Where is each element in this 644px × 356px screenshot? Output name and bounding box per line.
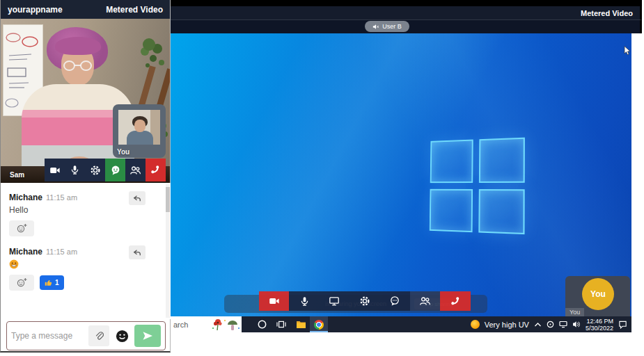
- chrome-icon: [314, 320, 324, 330]
- taskbar-search-box[interactable]: arch: [171, 316, 242, 332]
- add-reaction-icon: [16, 277, 28, 288]
- shared-desktop: [171, 33, 631, 316]
- search-placeholder-text: arch: [171, 321, 211, 329]
- settings-button[interactable]: [85, 159, 105, 181]
- self-video-label: You: [117, 148, 129, 156]
- app-name: yourappname: [8, 5, 63, 15]
- speaker-muted-icon: [372, 24, 379, 30]
- taskbar-clock[interactable]: 12:46 PM 5/30/2022: [586, 318, 613, 332]
- add-reaction-icon: [16, 223, 28, 234]
- chat-message: Michane 11:15 am: [9, 247, 155, 291]
- attach-button[interactable]: [88, 325, 109, 346]
- screenshare-call-controls: [259, 291, 471, 311]
- hangup-phone-icon: [450, 296, 462, 307]
- tray-status-icon[interactable]: [547, 321, 554, 328]
- settings-button[interactable]: [350, 291, 379, 311]
- participant-fringe-graphic: [55, 37, 101, 55]
- tray-chevron-up-icon[interactable]: [534, 322, 542, 327]
- file-explorer-button[interactable]: [292, 316, 310, 332]
- window-top-strip: [171, 0, 642, 6]
- app-header: yourappname Metered Video: [1, 0, 170, 19]
- brand-label: Metered Video: [581, 9, 633, 17]
- self-video-tile[interactable]: You: [113, 104, 166, 158]
- participants-button[interactable]: [125, 159, 146, 181]
- volume-icon[interactable]: [572, 321, 581, 328]
- task-view-button[interactable]: [272, 316, 290, 332]
- screen-share-icon: [329, 296, 340, 307]
- hanging-plant-graphic: [143, 38, 155, 51]
- reaction-count: 1: [55, 279, 59, 286]
- self-video-feed: [118, 110, 160, 145]
- remote-video-tile: Sam You: [1, 19, 170, 183]
- hangup-button[interactable]: [440, 291, 470, 311]
- screen-share-button[interactable]: [320, 291, 350, 311]
- active-speaker-name: User B: [382, 23, 402, 30]
- brand-label: Metered Video: [106, 5, 163, 15]
- participants-button[interactable]: [410, 291, 440, 311]
- gear-icon: [359, 296, 370, 307]
- send-button[interactable]: [134, 325, 161, 347]
- microphone-button[interactable]: [65, 159, 85, 181]
- microphone-button[interactable]: [289, 291, 319, 311]
- participants-icon: [419, 296, 431, 307]
- weather-status-text[interactable]: Very high UV: [485, 321, 529, 329]
- reply-arrow-icon: [133, 195, 141, 202]
- hangup-phone-icon: [150, 164, 162, 176]
- active-speaker-pill[interactable]: User B: [365, 21, 409, 32]
- windows-taskbar: arch: [171, 316, 631, 332]
- reply-arrow-icon: [133, 249, 141, 257]
- clock-time: 12:46 PM: [586, 318, 613, 325]
- windows-logo: [430, 138, 525, 234]
- search-doodle-graphic: [211, 318, 242, 332]
- chat-message: Michane 11:15 am Hello: [9, 193, 155, 236]
- message-time: 11:15 am: [46, 193, 77, 202]
- weather-sun-icon[interactable]: [471, 320, 480, 329]
- add-reaction-button[interactable]: [9, 220, 34, 236]
- self-tile-name-label: You: [565, 308, 584, 316]
- reply-button[interactable]: [129, 245, 146, 259]
- microphone-icon: [70, 165, 80, 175]
- cortana-icon: [258, 320, 267, 329]
- add-reaction-button[interactable]: [9, 275, 34, 291]
- send-plane-icon: [142, 331, 153, 341]
- emoji-icon: [116, 330, 129, 343]
- grinning-face-emoji: [9, 259, 19, 269]
- message-time: 11:15 am: [46, 248, 77, 256]
- emoji-picker-button[interactable]: [114, 328, 129, 343]
- camera-off-button[interactable]: [259, 291, 289, 311]
- screenshot-root: yourappname Metered Video: [0, 0, 644, 356]
- network-icon[interactable]: [559, 321, 567, 328]
- camera-icon: [49, 165, 61, 176]
- message-composer: [6, 321, 166, 350]
- chat-button[interactable]: [380, 291, 410, 311]
- chat-panel: Michane 11:15 am Hello: [1, 183, 171, 319]
- camera-button[interactable]: [45, 159, 65, 181]
- chrome-button[interactable]: [310, 316, 328, 332]
- message-text: Hello: [9, 205, 155, 215]
- hangup-button[interactable]: [146, 159, 166, 181]
- cortana-button[interactable]: [253, 316, 271, 332]
- reply-button[interactable]: [129, 191, 146, 205]
- participant-name-label: Sam: [10, 171, 24, 179]
- self-participant-tile[interactable]: You You: [565, 276, 630, 316]
- message-input[interactable]: [11, 331, 84, 341]
- participants-icon: [129, 165, 141, 176]
- screenshare-header: Metered Video: [171, 6, 642, 19]
- task-view-icon: [276, 320, 286, 329]
- chat-scrollbar-thumb[interactable]: [166, 187, 170, 212]
- message-author: Michane: [9, 247, 42, 257]
- participant-glasses-graphic: [63, 60, 93, 72]
- action-center-icon[interactable]: [618, 320, 627, 329]
- chat-bubble-icon: [389, 296, 400, 307]
- video-app-panel: yourappname Metered Video: [0, 0, 171, 353]
- gear-icon: [90, 165, 101, 176]
- chat-button[interactable]: [105, 159, 125, 181]
- clock-date: 5/30/2022: [586, 325, 613, 332]
- avatar: You: [582, 278, 614, 310]
- thumbs-up-reaction-pill[interactable]: 1: [40, 275, 64, 290]
- file-explorer-icon: [296, 320, 306, 329]
- paperclip-icon: [94, 331, 104, 341]
- message-author: Michane: [9, 193, 42, 202]
- wallpaper-light-beam: [171, 33, 631, 316]
- microphone-icon: [299, 296, 310, 307]
